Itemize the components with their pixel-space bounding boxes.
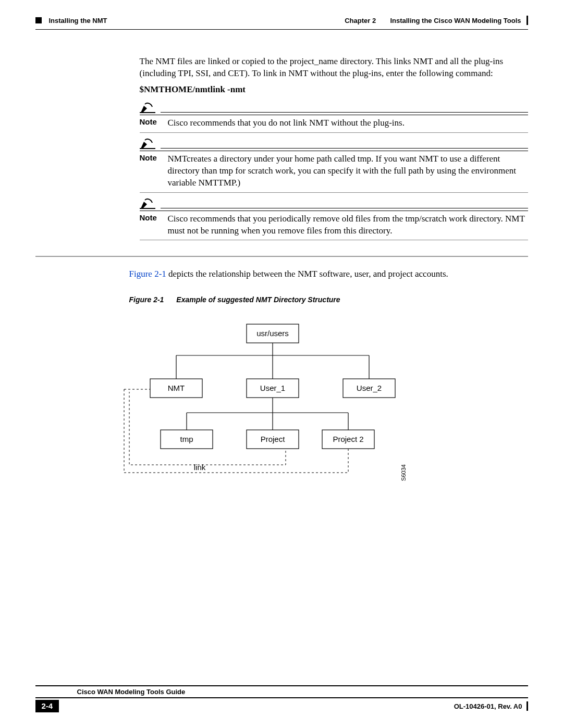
diagram-node-user1: User_1 (260, 384, 285, 392)
intro-paragraph: The NMT files are linked or copied to th… (140, 56, 528, 80)
note-label: Note (140, 153, 160, 162)
diagram-node-project: Project (260, 435, 285, 443)
header-section: Installing the NMT (49, 17, 107, 24)
figure-caption: Figure 2-1 Example of suggested NMT Dire… (129, 295, 528, 305)
header-square-icon (35, 17, 42, 23)
diagram-node-tmp: tmp (180, 435, 193, 443)
figure-title: Example of suggested NMT Directory Struc… (176, 295, 340, 304)
footer-guide-title: Cisco WAN Modeling Tools Guide (35, 685, 528, 698)
note-pen-icon (140, 102, 155, 114)
figure-ref-text: depicts the relationship between the NMT… (166, 269, 448, 279)
header-bar-icon (527, 16, 528, 25)
note-pen-icon (140, 198, 155, 209)
publication-id: OL-10426-01, Rev. A0 (454, 702, 522, 710)
note-block: Note Cisco recommends that you periodica… (140, 198, 528, 241)
directory-diagram: usr/users NMT User_1 User_2 (114, 316, 489, 496)
diagram-tag: S6034 (400, 464, 407, 481)
diagram-node-root: usr/users (256, 329, 289, 338)
note-text: Cisco recommends that you do not link NM… (168, 117, 528, 129)
note-block: Note NMTcreates a directory under your h… (140, 138, 528, 193)
figure-link[interactable]: Figure 2-1 (129, 269, 166, 279)
header-chapter: Chapter 2 (345, 17, 376, 24)
diagram-node-user2: User_2 (356, 384, 381, 392)
page-number-badge: 2-4 (35, 700, 59, 712)
figure-number: Figure 2-1 (129, 295, 164, 304)
section-rule (35, 256, 528, 257)
note-label: Note (140, 117, 160, 126)
footer-bar-icon (527, 701, 528, 711)
header-chapter-title: Installing the Cisco WAN Modeling Tools (390, 17, 521, 24)
note-text: NMTcreates a directory under your home p… (168, 153, 528, 189)
page-footer: Cisco WAN Modeling Tools Guide 2-4 OL-10… (0, 685, 563, 712)
note-text: Cisco recommends that you periodically r… (168, 213, 528, 237)
note-label: Note (140, 213, 160, 222)
figure-ref-paragraph: Figure 2-1 depicts the relationship betw… (129, 268, 528, 280)
diagram-node-project2: Project 2 (333, 435, 363, 443)
note-block: Note Cisco recommends that you do not li… (140, 102, 528, 133)
command-line: $NMTHOME/nmtlink -nmt (140, 84, 528, 96)
main-content: The NMT files are linked or copied to th… (35, 56, 528, 496)
note-pen-icon (140, 138, 155, 150)
diagram-node-nmt: NMT (167, 384, 185, 392)
page-header: Installing the NMT Chapter 2 Installing … (35, 16, 528, 25)
diagram-link-label: link (193, 463, 205, 472)
